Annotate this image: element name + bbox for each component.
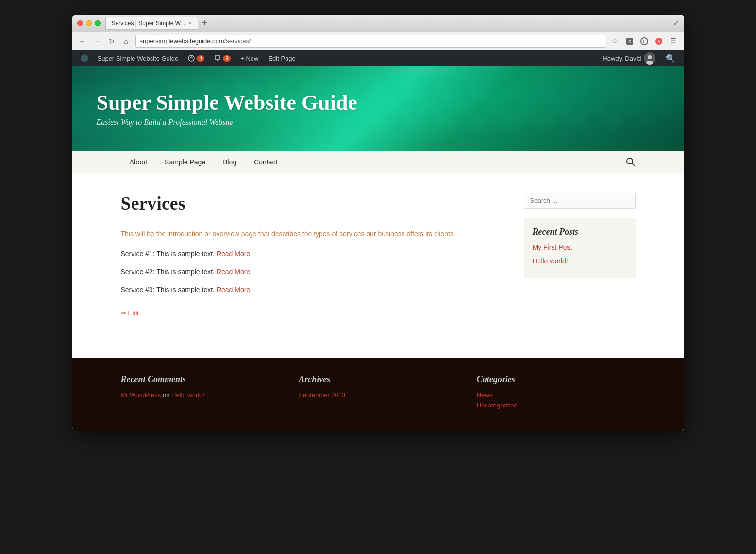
comments-count: 9 xyxy=(223,55,231,62)
footer-comment-text: Mr WordPress on Hello world! xyxy=(121,391,280,399)
wp-logo-button[interactable]: W xyxy=(76,50,93,66)
svg-point-10 xyxy=(648,55,652,59)
nav-links: About Sample Page Blog Contact xyxy=(121,151,626,173)
fullscreen-button[interactable]: ⤢ xyxy=(673,19,679,27)
pencil-icon: ✏ xyxy=(121,310,126,317)
search-widget xyxy=(524,193,636,209)
howdy-label: Howdy, David xyxy=(603,55,641,62)
site-content: Services This will be the introduction o… xyxy=(72,173,684,358)
new-content-button[interactable]: + New xyxy=(235,50,263,66)
footer-recent-comments: Recent Comments Mr WordPress on Hello wo… xyxy=(121,375,280,412)
intro-text: This will be the introduction or overvie… xyxy=(121,228,504,239)
nav-link-contact[interactable]: Contact xyxy=(245,151,286,173)
tab-title: Services | Super Simple W... xyxy=(112,20,185,27)
site-name-button[interactable]: Super Simple Website Guide xyxy=(93,50,184,66)
site-navigation: About Sample Page Blog Contact xyxy=(72,151,684,173)
recent-post-link-2[interactable]: Hello world! xyxy=(533,257,627,266)
extension-icon-1[interactable]: S xyxy=(624,35,636,47)
footer-comment-author[interactable]: Mr WordPress xyxy=(121,391,161,399)
service-3-read-more[interactable]: Read More xyxy=(217,286,250,293)
footer-comment-on: on xyxy=(163,391,169,399)
nav-link-sample-page[interactable]: Sample Page xyxy=(156,151,214,173)
wp-admin-right: Howdy, David 🔍 xyxy=(598,50,680,66)
service-item-2: Service #2: This is sample text. Read Mo… xyxy=(121,267,504,277)
svg-text:A: A xyxy=(657,39,660,44)
browser-window: Services | Super Simple W... ✕ + ⤢ ← → ↻… xyxy=(72,15,684,431)
site-footer: Recent Comments Mr WordPress on Hello wo… xyxy=(72,358,684,431)
edit-page-link[interactable]: ✏ Edit xyxy=(121,310,504,317)
url-domain: supersimplewebsiteguide.com xyxy=(140,37,224,45)
sidebar-search-input[interactable] xyxy=(524,193,636,209)
recent-posts-title: Recent Posts xyxy=(533,227,627,237)
edit-page-button[interactable]: Edit Page xyxy=(263,50,300,66)
footer-category-uncategorized[interactable]: Uncategorized xyxy=(477,402,636,409)
edit-page-label: Edit Page xyxy=(268,55,295,62)
url-path: /services/ xyxy=(224,37,251,45)
footer-recent-comments-title: Recent Comments xyxy=(121,375,280,385)
service-item-3: Service #3: This is sample text. Read Mo… xyxy=(121,285,504,295)
home-button[interactable]: ⌂ xyxy=(121,36,132,47)
footer-comment-post[interactable]: Hello world! xyxy=(171,391,204,399)
edit-label: Edit xyxy=(128,310,139,317)
service-1-read-more[interactable]: Read More xyxy=(217,250,250,258)
updates-count: 4 xyxy=(197,55,204,62)
site-tagline: Easiest Way to Build a Professional Webs… xyxy=(97,118,660,127)
reload-button[interactable]: ↻ xyxy=(106,36,117,47)
site-title: Super Simple Website Guide xyxy=(97,90,660,115)
howdy-button[interactable]: Howdy, David xyxy=(598,50,660,66)
svg-text:W: W xyxy=(81,55,87,62)
new-tab-button[interactable]: + xyxy=(198,18,211,28)
service-2-text: Service #2: This is sample text. xyxy=(121,268,217,276)
tab-close-button[interactable]: ✕ xyxy=(188,20,192,26)
footer-categories: Categories News Uncategorized xyxy=(477,375,636,412)
maximize-window-button[interactable] xyxy=(95,20,101,26)
back-button[interactable]: ← xyxy=(77,36,88,47)
footer-archives-title: Archives xyxy=(299,375,457,385)
tab-bar: Services | Super Simple W... ✕ + xyxy=(105,17,673,30)
toolbar-icons: ☆ S L A ☰ xyxy=(609,35,679,47)
extension-icon-2[interactable]: L xyxy=(638,35,650,47)
edit-link: ✏ Edit xyxy=(121,310,504,317)
menu-icon[interactable]: ☰ xyxy=(668,35,679,47)
svg-line-13 xyxy=(632,163,635,166)
nav-search-button[interactable] xyxy=(626,157,636,167)
forward-button[interactable]: → xyxy=(92,36,102,47)
svg-text:L: L xyxy=(643,39,645,44)
service-3-text: Service #3: This is sample text. xyxy=(121,286,217,293)
url-field[interactable]: supersimplewebsiteguide.com/services/ xyxy=(135,35,605,48)
service-item-1: Service #1: This is sample text. Read Mo… xyxy=(121,249,504,259)
service-2-read-more[interactable]: Read More xyxy=(217,268,250,276)
browser-tab[interactable]: Services | Super Simple W... ✕ xyxy=(105,17,199,30)
footer-category-news[interactable]: News xyxy=(477,391,636,399)
main-content: Services This will be the introduction o… xyxy=(121,193,504,338)
admin-search-button[interactable]: 🔍 xyxy=(661,54,680,63)
svg-point-8 xyxy=(188,55,194,61)
sidebar: Recent Posts My First Post Hello world! xyxy=(524,193,636,338)
title-bar: Services | Super Simple W... ✕ + ⤢ xyxy=(72,15,684,32)
svg-text:S: S xyxy=(628,39,631,44)
comments-button[interactable]: 9 xyxy=(209,50,235,66)
nav-link-about[interactable]: About xyxy=(121,151,156,173)
footer-archives: Archives September 2013 xyxy=(299,375,457,412)
svg-point-11 xyxy=(646,61,653,65)
recent-posts-widget: Recent Posts My First Post Hello world! xyxy=(524,218,636,278)
recent-post-link-1[interactable]: My First Post xyxy=(533,243,627,253)
page-title: Services xyxy=(121,193,504,214)
nav-link-blog[interactable]: Blog xyxy=(214,151,245,173)
traffic-lights xyxy=(77,20,101,26)
svg-point-12 xyxy=(627,158,633,164)
site-name-label: Super Simple Website Guide xyxy=(98,55,179,62)
footer-categories-title: Categories xyxy=(477,375,636,385)
minimize-window-button[interactable] xyxy=(86,20,92,26)
footer-archive-sept-2013[interactable]: September 2013 xyxy=(299,391,457,399)
hero-banner: Super Simple Website Guide Easiest Way t… xyxy=(72,66,684,151)
updates-button[interactable]: 4 xyxy=(183,50,209,66)
close-window-button[interactable] xyxy=(77,20,83,26)
extension-icon-3[interactable]: A xyxy=(653,35,665,47)
wp-admin-bar: W Super Simple Website Guide 4 9 + New E… xyxy=(72,50,684,66)
bookmark-icon[interactable]: ☆ xyxy=(609,35,621,47)
address-bar: ← → ↻ ⌂ supersimplewebsiteguide.com/serv… xyxy=(72,32,684,50)
new-label: + New xyxy=(240,55,258,62)
service-1-text: Service #1: This is sample text. xyxy=(121,250,217,258)
